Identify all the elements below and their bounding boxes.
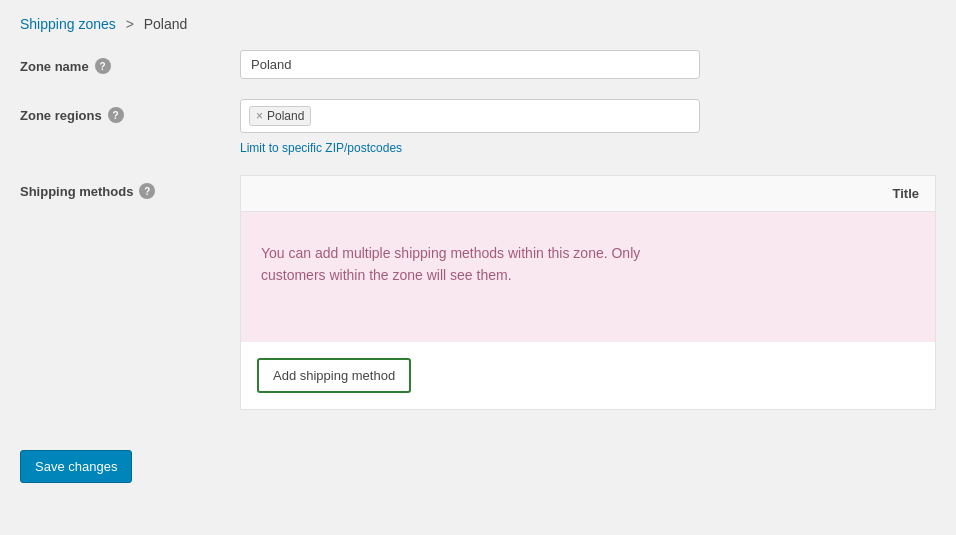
breadcrumb-separator: >	[126, 16, 134, 32]
region-input-wrapper[interactable]: × Poland	[240, 99, 700, 133]
region-tag-poland: × Poland	[249, 106, 311, 126]
shipping-methods-row: Shipping methods ? Title You can add mul…	[20, 175, 936, 410]
shipping-methods-label: Shipping methods	[20, 184, 133, 199]
shipping-methods-help-icon[interactable]: ?	[139, 183, 155, 199]
shipping-methods-label-cell: Shipping methods ?	[20, 175, 240, 199]
shipping-methods-body: You can add multiple shipping methods wi…	[241, 212, 935, 342]
add-shipping-method-button[interactable]: Add shipping method	[257, 358, 411, 393]
breadcrumb-current: Poland	[144, 16, 188, 32]
shipping-methods-panel: Title You can add multiple shipping meth…	[240, 175, 936, 410]
zone-regions-input-cell: × Poland Limit to specific ZIP/postcodes	[240, 99, 936, 155]
save-changes-button[interactable]: Save changes	[20, 450, 132, 483]
region-tag-remove-icon[interactable]: ×	[256, 110, 263, 122]
zone-name-input-cell	[240, 50, 936, 79]
zone-regions-label-cell: Zone regions ?	[20, 99, 240, 123]
shipping-methods-column-title: Title	[257, 186, 919, 201]
shipping-methods-footer: Add shipping method	[241, 342, 935, 409]
region-tag-label: Poland	[267, 109, 304, 123]
zone-regions-help-icon[interactable]: ?	[108, 107, 124, 123]
zone-regions-row: Zone regions ? × Poland Limit to specifi…	[20, 99, 936, 155]
shipping-methods-header: Title	[241, 176, 935, 212]
zone-name-label: Zone name	[20, 59, 89, 74]
zone-name-label-cell: Zone name ?	[20, 50, 240, 74]
zone-name-input[interactable]	[240, 50, 700, 79]
zip-postcodes-link[interactable]: Limit to specific ZIP/postcodes	[240, 141, 936, 155]
zone-regions-label: Zone regions	[20, 108, 102, 123]
page-container: Shipping zones > Poland Zone name ? Zone…	[0, 0, 956, 499]
shipping-info-text: You can add multiple shipping methods wi…	[261, 242, 691, 287]
zone-name-help-icon[interactable]: ?	[95, 58, 111, 74]
breadcrumb: Shipping zones > Poland	[20, 16, 936, 32]
breadcrumb-parent-link[interactable]: Shipping zones	[20, 16, 116, 32]
zone-name-row: Zone name ?	[20, 50, 936, 79]
shipping-methods-panel-cell: Title You can add multiple shipping meth…	[240, 175, 936, 410]
